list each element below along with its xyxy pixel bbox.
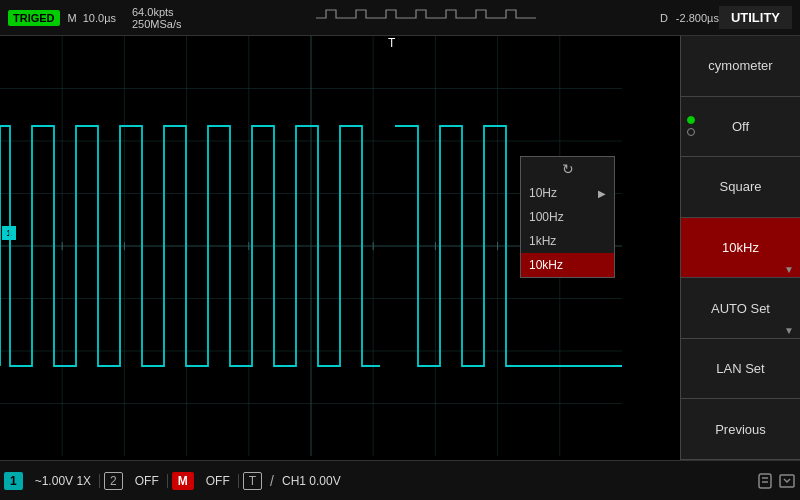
previous-button[interactable]: Previous xyxy=(681,399,800,460)
ch2-number-badge: 2 xyxy=(104,472,123,490)
cymometer-label: cymometer xyxy=(708,58,772,73)
lan-set-label: LAN Set xyxy=(716,361,764,376)
bottom-bar: 1 ~1.00V 1X 2 OFF M OFF T / CH1 0.00V xyxy=(0,460,800,500)
square-button[interactable]: Square xyxy=(681,157,800,218)
radio-off xyxy=(687,128,695,136)
refresh-icon: ↻ xyxy=(521,157,614,181)
down-arrow-icon-2: ▼ xyxy=(784,325,794,336)
waveform-preview xyxy=(192,4,660,32)
previous-label: Previous xyxy=(715,422,766,437)
frequency-dropdown[interactable]: ↻ 10Hz ▶ 100Hz 1kHz 10kHz xyxy=(520,156,615,278)
time-offset-display: -2.800µs xyxy=(676,12,719,24)
lan-set-button[interactable]: LAN Set xyxy=(681,339,800,400)
d-badge: D xyxy=(660,12,668,24)
mode-display: M xyxy=(68,12,77,24)
t-badge: T xyxy=(243,472,262,490)
svg-rect-24 xyxy=(759,474,771,488)
m-off-info: OFF xyxy=(198,474,239,488)
radio-group xyxy=(687,116,695,136)
ch2-off-info: OFF xyxy=(127,474,168,488)
top-bar: TRIGED M 10.0µs 64.0kpts 250MSa/s D -2.8… xyxy=(0,0,800,36)
cymometer-button[interactable]: cymometer xyxy=(681,36,800,97)
off-button[interactable]: Off xyxy=(681,97,800,158)
usb-icons xyxy=(756,472,796,490)
freq-1khz[interactable]: 1kHz xyxy=(521,229,614,253)
down-arrow-icon: ▼ xyxy=(784,264,794,275)
freq-100hz[interactable]: 100Hz xyxy=(521,205,614,229)
auto-set-label: AUTO Set xyxy=(711,301,770,316)
sample-rate-display: 64.0kpts xyxy=(132,6,174,18)
radio-on xyxy=(687,116,695,124)
time-div-display: 10.0µs xyxy=(83,12,116,24)
off-label: Off xyxy=(732,119,749,134)
freq-select-button[interactable]: 10kHz ▼ xyxy=(681,218,800,279)
ch1-number-badge: 1 xyxy=(4,472,23,490)
freq-10hz[interactable]: 10Hz ▶ xyxy=(521,181,614,205)
auto-set-button[interactable]: AUTO Set ▼ xyxy=(681,278,800,339)
freq-10khz[interactable]: 10kHz xyxy=(521,253,614,277)
utility-label: UTILITY xyxy=(719,6,792,29)
sidebar: cymometer Off Square 10kHz ▼ AUTO Set ▼ … xyxy=(680,0,800,460)
triged-badge: TRIGED xyxy=(8,10,60,26)
m-badge: M xyxy=(172,472,194,490)
ch1-info: ~1.00V 1X xyxy=(27,474,100,488)
scope-area: T 1 ↻ 10Hz ▶ 100Hz 1kHz 10kHz xyxy=(0,36,622,456)
freq-label: 10kHz xyxy=(722,240,759,255)
sample-rate2-display: 250MSa/s xyxy=(132,18,182,30)
ch1-detail: CH1 0.00V xyxy=(274,474,349,488)
square-label: Square xyxy=(720,179,762,194)
